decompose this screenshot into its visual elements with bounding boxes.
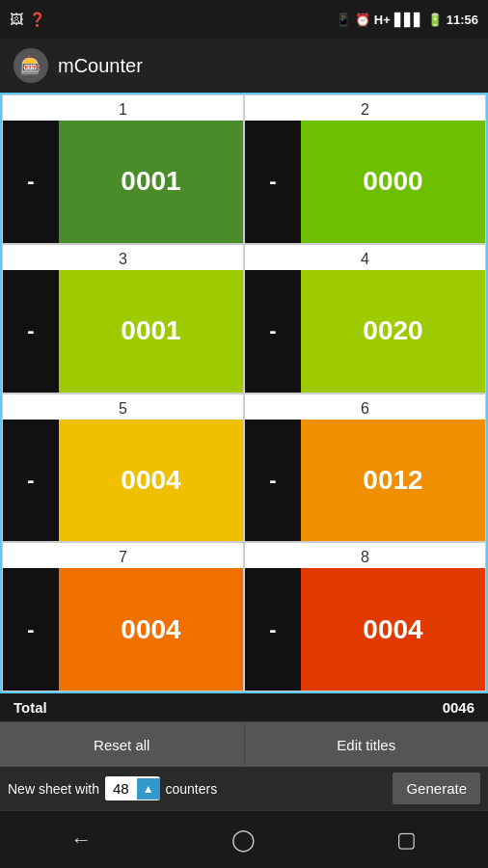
counter-value-2[interactable]: 0000 [301, 121, 485, 243]
counter-body-8: -0004 [245, 568, 485, 691]
app-icon-symbol: 🎰 [20, 55, 41, 76]
counters-text: counters [166, 781, 388, 797]
counter-input-wrapper: 48 ▲ [105, 776, 160, 800]
counter-value-5[interactable]: 0004 [59, 420, 243, 542]
status-icons-left: 🖼 ❓ [10, 12, 45, 27]
counter-minus-4[interactable]: - [245, 270, 301, 393]
app-icon: 🎰 [14, 48, 48, 83]
counter-body-1: -0001 [3, 121, 243, 243]
edit-titles-button[interactable]: Edit titles [245, 722, 489, 767]
counter-body-4: -0020 [245, 270, 485, 393]
total-value: 0046 [443, 699, 474, 716]
counter-cell-7[interactable]: 7-0004 [2, 542, 244, 692]
title-bar: 🎰 mCounter [0, 39, 488, 93]
counter-minus-5[interactable]: - [3, 420, 59, 542]
counter-title-6: 6 [245, 394, 485, 420]
counter-cell-8[interactable]: 8-0004 [244, 542, 486, 692]
counter-body-3: -0001 [3, 270, 243, 393]
counter-title-3: 3 [3, 245, 243, 270]
counter-title-4: 4 [245, 245, 485, 270]
counter-title-7: 7 [3, 543, 243, 568]
alarm-icon: ⏰ [355, 13, 370, 27]
phone-icon: 📱 [336, 13, 351, 27]
new-sheet-bar: New sheet with 48 ▲ counters Generate [0, 767, 488, 810]
question-icon: ❓ [29, 12, 45, 27]
counter-arrow-icon[interactable]: ▲ [137, 778, 160, 800]
status-icons-right: 📱 ⏰ H+ ▋▋▋ 🔋 11:56 [336, 13, 478, 27]
counter-cell-2[interactable]: 2-0000 [244, 95, 486, 244]
counter-title-8: 8 [245, 543, 485, 568]
reset-all-button[interactable]: Reset all [0, 722, 245, 767]
counter-cell-6[interactable]: 6-0012 [244, 393, 486, 543]
counter-body-7: -0004 [3, 568, 243, 691]
app-title: mCounter [58, 55, 143, 77]
counters-grid: 1-00012-00003-00014-00205-00046-00127-00… [0, 93, 488, 693]
battery-icon: 🔋 [427, 13, 443, 27]
total-label: Total [14, 699, 443, 716]
signal-text: H+ [374, 13, 391, 27]
status-bar: 🖼 ❓ 📱 ⏰ H+ ▋▋▋ 🔋 11:56 [0, 0, 488, 39]
signal-bars-icon: ▋▋▋ [394, 13, 423, 27]
counter-count[interactable]: 48 [105, 776, 137, 800]
counter-body-2: -0000 [245, 121, 485, 243]
counter-value-4[interactable]: 0020 [301, 270, 485, 393]
counter-title-1: 1 [3, 95, 243, 121]
nav-bar: ← ◯ ▢ [0, 810, 488, 868]
generate-button[interactable]: Generate [393, 773, 480, 804]
back-icon[interactable]: ← [52, 821, 110, 859]
counter-minus-7[interactable]: - [3, 568, 59, 691]
home-icon[interactable]: ◯ [215, 821, 273, 859]
counter-cell-4[interactable]: 4-0020 [244, 244, 486, 393]
counter-minus-6[interactable]: - [245, 420, 301, 542]
counter-cell-3[interactable]: 3-0001 [2, 244, 244, 393]
counter-value-1[interactable]: 0001 [59, 121, 243, 243]
recents-icon[interactable]: ▢ [378, 821, 436, 859]
counter-value-8[interactable]: 0004 [301, 568, 485, 691]
counter-minus-2[interactable]: - [245, 121, 301, 243]
counter-minus-3[interactable]: - [3, 270, 59, 393]
counter-cell-1[interactable]: 1-0001 [2, 95, 244, 244]
counter-minus-1[interactable]: - [3, 121, 59, 243]
counter-body-6: -0012 [245, 420, 485, 542]
counter-cell-5[interactable]: 5-0004 [2, 393, 244, 543]
new-sheet-label: New sheet with [8, 781, 99, 797]
counter-value-7[interactable]: 0004 [59, 568, 243, 691]
counter-title-2: 2 [245, 95, 485, 121]
total-bar: Total 0046 [0, 693, 488, 721]
counter-value-3[interactable]: 0001 [59, 270, 243, 393]
counter-body-5: -0004 [3, 420, 243, 542]
time-display: 11:56 [447, 13, 478, 27]
action-buttons: Reset all Edit titles [0, 721, 488, 767]
counter-title-5: 5 [3, 394, 243, 420]
counter-minus-8[interactable]: - [245, 568, 301, 691]
image-icon: 🖼 [10, 12, 23, 27]
bottom-toolbar: Total 0046 Reset all Edit titles New she… [0, 693, 488, 810]
counter-value-6[interactable]: 0012 [301, 420, 485, 542]
